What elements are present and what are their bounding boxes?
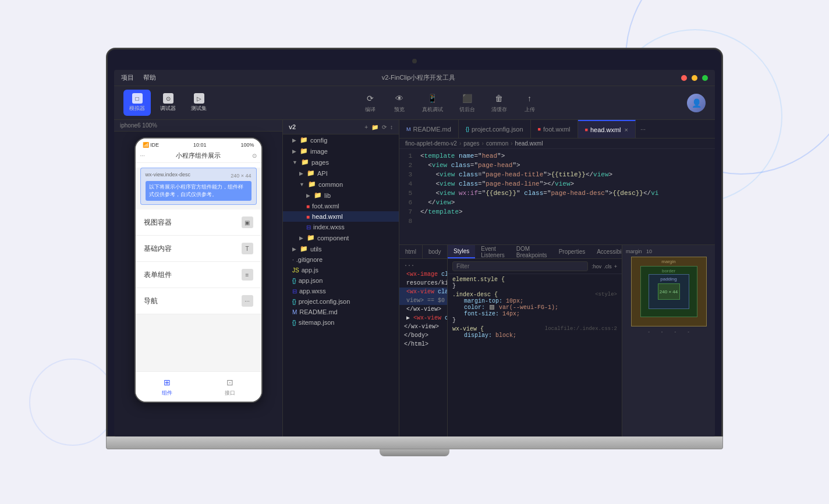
editor-area: M README.md {} project.config.json ■ foo… bbox=[399, 120, 715, 436]
html-code: ··· <wx-image class="index-logo" src="..… bbox=[399, 259, 447, 436]
filetree-icons: + 📁 ⟳ ↕ bbox=[364, 124, 393, 130]
tree-item-common[interactable]: ▼ 📁 common bbox=[283, 179, 399, 190]
tree-item-config[interactable]: ▶ 📁 config bbox=[283, 134, 399, 145]
tabs-more-button[interactable]: ··· bbox=[636, 126, 650, 133]
toolbar-preview-action[interactable]: 👁 预览 bbox=[393, 92, 406, 113]
window-maximize-button[interactable] bbox=[702, 75, 708, 81]
tree-item-utils[interactable]: ▶ 📁 utils bbox=[283, 243, 399, 254]
tree-item-app-js[interactable]: JS app.js bbox=[283, 265, 399, 275]
phone-menu-item-1[interactable]: 视图容器 ▣ bbox=[136, 210, 261, 236]
filter-cls-btn[interactable]: .cls bbox=[604, 264, 612, 269]
tree-item-component[interactable]: ▶ 📁 component bbox=[283, 232, 399, 243]
window-minimize-button[interactable] bbox=[692, 75, 697, 81]
tree-item-lib[interactable]: ▶ 📁 lib bbox=[283, 190, 399, 201]
styles-filter-input[interactable] bbox=[452, 261, 588, 271]
styles-tab-styles[interactable]: Styles bbox=[448, 245, 475, 258]
filter-add-btn[interactable]: + bbox=[614, 264, 617, 269]
toolbar-device-debug-action[interactable]: 📱 真机调试 bbox=[422, 92, 443, 113]
tree-item-gitignore[interactable]: · .gitignore bbox=[283, 254, 399, 265]
tree-item-sitemap[interactable]: {} sitemap.json bbox=[283, 317, 399, 328]
toolbar-compile-action[interactable]: ⟳ 编译 bbox=[364, 92, 377, 113]
phone-menu-icon[interactable]: ⊙ bbox=[252, 152, 257, 159]
phone-menu-item-4[interactable]: 导航 ··· bbox=[136, 288, 261, 314]
tree-item-foot-wxml[interactable]: ■ foot.wxml bbox=[283, 201, 399, 211]
window-close-button[interactable] bbox=[681, 75, 687, 81]
readme-tab-icon: M bbox=[406, 126, 411, 132]
code-line-1: 1 <template name="head"> bbox=[399, 151, 715, 161]
menu-item-help[interactable]: 帮助 bbox=[143, 73, 156, 82]
phone-device: 📶 IDE 10:01 100% ··· 小程序组件展示 ⊙ bbox=[134, 137, 263, 403]
tab-foot-wxml[interactable]: ■ foot.wxml bbox=[531, 120, 578, 138]
tree-item-readme[interactable]: M README.md bbox=[283, 307, 399, 317]
phone-status-time: 10:01 bbox=[193, 142, 207, 148]
phone-nav-components[interactable]: ⊞ 组件 bbox=[136, 372, 199, 402]
laptop-base bbox=[106, 436, 723, 449]
tab-close-head-wxml[interactable]: × bbox=[625, 126, 628, 133]
breadcrumb-sep-2: › bbox=[482, 140, 484, 147]
phone-nav-api[interactable]: ⊡ 接口 bbox=[199, 372, 261, 402]
tree-item-image[interactable]: ▶ 📁 image bbox=[283, 145, 399, 157]
code-line-8: 8 bbox=[399, 216, 715, 226]
filetree-collapse-button[interactable]: ↕ bbox=[390, 124, 393, 130]
box-model-visual: margin border padding bbox=[631, 257, 707, 326]
laptop-screen-wrapper: 项目 帮助 v2-FinClip小程序开发工具 □ 模拟器 bbox=[106, 48, 723, 436]
laptop-stand bbox=[380, 449, 449, 456]
tree-item-index-wxss[interactable]: ⊟ index.wxss bbox=[283, 222, 399, 232]
code-editor[interactable]: 1 <template name="head"> 2 <view class="… bbox=[399, 149, 715, 244]
bm-margin-label: margin bbox=[661, 259, 675, 264]
foot-wxml-tab-icon: ■ bbox=[538, 126, 541, 132]
toolbar-upload-action[interactable]: ↑ 上传 bbox=[523, 92, 536, 113]
styles-tab-dom-breakpoints[interactable]: DOM Breakpoints bbox=[511, 245, 553, 258]
wxss-file-icon: ⊟ bbox=[306, 224, 311, 230]
tab-project-config-label: project.config.json bbox=[472, 126, 523, 133]
tree-arrow-common: ▼ bbox=[299, 182, 304, 187]
filetree-new-folder-button[interactable]: 📁 bbox=[371, 124, 378, 130]
ide-container: 项目 帮助 v2-FinClip小程序开发工具 □ 模拟器 bbox=[114, 70, 715, 436]
tree-item-app-wxss[interactable]: ⊟ app.wxss bbox=[283, 286, 399, 296]
bm-values: - - - - bbox=[648, 329, 689, 334]
phone-menu-icon-1: ▣ bbox=[242, 216, 253, 228]
filetree-refresh-button[interactable]: ⟳ bbox=[382, 124, 387, 130]
toolbar-debugger-button[interactable]: ⊙ 调试器 bbox=[154, 90, 182, 116]
json-file-icon: {} bbox=[292, 299, 296, 305]
bm-content-size: 240 × 44 bbox=[660, 289, 678, 294]
tab-head-wxml[interactable]: ■ head.wxml × bbox=[578, 120, 636, 138]
upload-icon: ↑ bbox=[523, 92, 536, 105]
tree-item-pages[interactable]: ▼ 📁 pages bbox=[283, 157, 399, 168]
toolbar-simulator-button[interactable]: □ 模拟器 bbox=[123, 90, 151, 116]
toolbar-clear-cache-action[interactable]: 🗑 清缓存 bbox=[491, 92, 507, 113]
phone-menu-item-2[interactable]: 基础内容 T bbox=[136, 236, 261, 262]
tree-label-gitignore: .gitignore bbox=[296, 256, 323, 263]
styles-content: element.style { } .index-desc { <style> bbox=[448, 274, 622, 436]
tree-label-component: component bbox=[317, 235, 349, 242]
toolbar-background-action[interactable]: ⬛ 切后台 bbox=[459, 92, 475, 113]
test-label: 测试集 bbox=[191, 105, 207, 112]
project-config-tab-icon: {} bbox=[466, 126, 469, 132]
compile-label: 编译 bbox=[365, 106, 375, 113]
html-tab-html[interactable]: html bbox=[399, 245, 423, 258]
tab-project-config[interactable]: {} project.config.json bbox=[459, 120, 531, 138]
html-tab-body[interactable]: body bbox=[423, 245, 447, 258]
tree-arrow-lib: ▶ bbox=[306, 193, 310, 198]
tree-arrow-utils: ▶ bbox=[292, 246, 296, 252]
tree-label-app-js: app.js bbox=[302, 267, 318, 274]
tree-item-project-config[interactable]: {} project.config.json bbox=[283, 296, 399, 307]
tree-item-app-json[interactable]: {} app.json bbox=[283, 275, 399, 286]
phone-status-bar: 📶 IDE 10:01 100% bbox=[136, 139, 261, 149]
tab-readme[interactable]: M README.md bbox=[399, 120, 459, 138]
user-avatar[interactable]: 👤 bbox=[687, 94, 706, 112]
tree-label-config: config bbox=[310, 137, 327, 144]
bg-decoration-4 bbox=[29, 359, 116, 446]
filetree-new-file-button[interactable]: + bbox=[364, 124, 368, 130]
toolbar-test-button[interactable]: ▷ 测试集 bbox=[185, 90, 212, 116]
tree-item-api[interactable]: ▶ 📁 API bbox=[283, 168, 399, 179]
filter-hover-btn[interactable]: :hov bbox=[591, 264, 601, 269]
styles-tab-properties[interactable]: Properties bbox=[553, 245, 591, 258]
tree-item-head-wxml[interactable]: ■ head.wxml bbox=[283, 211, 399, 222]
menu-item-project[interactable]: 项目 bbox=[121, 73, 134, 82]
wxml-file-icon: ■ bbox=[306, 214, 310, 220]
styles-tab-event-listeners[interactable]: Event Listeners bbox=[475, 245, 511, 258]
style-prop-display: display: block; bbox=[452, 332, 617, 339]
phone-menu-item-3[interactable]: 表单组件 ≡ bbox=[136, 262, 261, 288]
phone-back-icon: ··· bbox=[140, 152, 145, 159]
